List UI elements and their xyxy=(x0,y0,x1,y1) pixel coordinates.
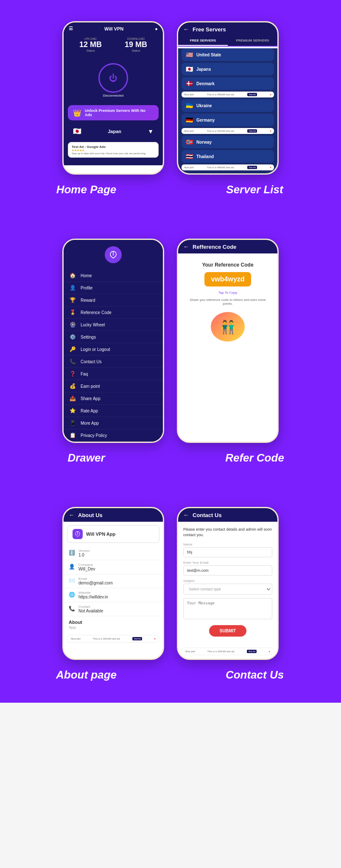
chevron-down-icon: ▼ xyxy=(148,128,154,135)
server-tabs: FREE SERVERS PREMIUM SERVERS xyxy=(178,36,277,47)
email-input[interactable] xyxy=(183,565,272,576)
drawer-item-share[interactable]: 📤 Share App xyxy=(64,392,163,405)
ad-content-3: This is a 468x60 test ad. xyxy=(207,166,235,169)
drawer-label-reward: Reward xyxy=(81,298,95,303)
about-section-text: Test xyxy=(64,626,163,633)
server-item-ua[interactable]: 🇺🇦 Ukraine xyxy=(182,99,274,112)
drawer-label-login: Login or Logout xyxy=(81,347,110,352)
country-name: Japan xyxy=(108,129,121,134)
back-arrow-icon[interactable]: ← xyxy=(183,26,189,33)
about-ad-banner: Nice job! This is a 320x50 test ad. Test… xyxy=(67,635,159,643)
refer-header: ← Refference Code xyxy=(178,240,277,253)
contact-ad-icon: ● xyxy=(268,650,270,653)
contact-description: Please enter you contact details and adm… xyxy=(183,527,272,537)
drawer-item-lucky-wheel[interactable]: 🎡 Lucky Wheel xyxy=(64,319,163,331)
company-label: Company xyxy=(78,563,95,567)
drawer-label-share: Share App xyxy=(81,396,101,401)
website-label: Website xyxy=(78,591,108,595)
home-page-label: Home Page xyxy=(8,183,164,196)
server-item-dk[interactable]: 🇩🇰 Denmark xyxy=(182,77,274,90)
faq-icon: ❓ xyxy=(70,371,76,377)
company-value: Will_Dev xyxy=(78,567,95,571)
refer-back-icon[interactable]: ← xyxy=(183,243,189,250)
drawer-item-settings[interactable]: ⚙️ Settings xyxy=(64,331,163,343)
server-name-ua: Ukraine xyxy=(196,103,212,108)
ad-nice-job-3: Nice job! xyxy=(184,166,194,169)
drawer-item-rate[interactable]: ⭐ Rate App xyxy=(64,405,163,417)
about-ad-nice: Nice job! xyxy=(71,637,81,640)
power-icon: ⏻ xyxy=(109,73,117,83)
reference-code-icon: 🎖️ xyxy=(70,309,76,315)
drawer-item-login[interactable]: 🔑 Login or Logout xyxy=(64,343,163,356)
section-1: ☰ Will VPN ● UPLOAD 12 MB Status DOWNLOA… xyxy=(0,0,341,217)
tab-free-servers[interactable]: FREE SERVERS xyxy=(178,36,228,46)
drawer-item-contact[interactable]: 📞 Contact Us xyxy=(64,356,163,368)
tab-premium-servers[interactable]: PREMIUM SERVERS xyxy=(228,36,277,46)
contact-back-icon[interactable]: ← xyxy=(183,512,189,518)
about-app-icon xyxy=(73,529,83,539)
server-ad-1: Nice job! This is a 468x60 test ad. Test… xyxy=(182,92,274,97)
email-value: demo@gmail.com xyxy=(78,581,113,585)
drawer-item-reward[interactable]: 🏆 Reward xyxy=(64,294,163,306)
drawer-item-earn[interactable]: 💰 Earn point xyxy=(64,380,163,392)
refer-tap-label[interactable]: Tap To Copy xyxy=(184,291,271,295)
server-item-no[interactable]: 🇳🇴 Norway xyxy=(182,136,274,148)
upload-label: UPLOAD xyxy=(79,37,102,40)
server-item-jp[interactable]: 🇯🇵 Japans xyxy=(182,63,274,75)
server-name-de: Germany xyxy=(196,118,215,122)
more-app-icon: 📱 xyxy=(70,420,76,426)
server-item-de[interactable]: 🇩🇪 Germany xyxy=(182,114,274,126)
flag-ua: 🇺🇦 xyxy=(186,102,193,109)
drawer-item-reference-code[interactable]: 🎖️ Reference Code xyxy=(64,306,163,319)
about-page-label: About page xyxy=(8,668,164,682)
server-item-th[interactable]: 🇹🇭 Thailand xyxy=(182,150,274,163)
drawer-item-more[interactable]: 📱 More App xyxy=(64,417,163,429)
ad-logo-1: ● xyxy=(270,93,271,96)
country-selector[interactable]: 🇯🇵 Japan ▼ xyxy=(68,124,159,139)
drawer-label-rate: Rate App xyxy=(81,409,98,413)
drawer-item-profile[interactable]: 👤 Profile xyxy=(64,282,163,294)
about-item-version: ℹ️ Version 1.0 xyxy=(64,546,163,560)
name-input[interactable] xyxy=(183,547,272,557)
status-icon: ● xyxy=(155,26,158,31)
ad-content-2: This is a 320x50 test ad. xyxy=(207,130,235,132)
server-list-phone: ← Free Servers FREE SERVERS PREMIUM SERV… xyxy=(177,21,279,175)
refer-code-box[interactable]: vwb4wyzd xyxy=(204,272,251,287)
refer-illustration: 👬 xyxy=(211,312,245,342)
about-item-email: ✉️ Email demo@gmail.com xyxy=(64,574,163,588)
about-ad-text: This is a 320x50 test ad. xyxy=(93,637,120,640)
server-ad-3: Nice job! This is a 468x60 test ad. Test… xyxy=(182,164,274,170)
server-item-us[interactable]: 🇺🇸 United State xyxy=(182,48,274,61)
server-list-header: ← Free Servers xyxy=(178,22,277,36)
about-app-banner: Will VPN App xyxy=(67,525,159,543)
message-textarea[interactable] xyxy=(183,598,272,619)
subject-select[interactable]: Select contact type xyxy=(183,584,272,595)
premium-banner[interactable]: 👑 Unlock Premium Servers With No Ads xyxy=(68,105,159,120)
about-phone: ← About Us Will VPN App ℹ️ Version xyxy=(62,507,164,660)
menu-icon[interactable]: ☰ xyxy=(69,26,73,31)
refer-code-label: Refer Code xyxy=(177,451,333,465)
contact-phone-icon: 📞 xyxy=(69,606,75,612)
earn-icon: 💰 xyxy=(70,383,76,389)
download-label: DOWNLOAD xyxy=(125,37,147,40)
vpn-power-button[interactable]: ⏻ xyxy=(98,63,128,93)
flag-th: 🇹🇭 xyxy=(186,153,193,160)
about-back-icon[interactable]: ← xyxy=(69,512,75,518)
submit-button[interactable]: SUBMIT xyxy=(209,625,246,637)
ad-logo-3: ● xyxy=(270,166,271,169)
contact-label: Contact xyxy=(78,605,103,609)
vpn-circle-container: ⏻ Disconnected xyxy=(64,55,163,102)
email-label: Email xyxy=(78,577,113,581)
flag-us: 🇺🇸 xyxy=(186,51,193,58)
drawer-item-faq[interactable]: ❓ Faq xyxy=(64,368,163,380)
drawer-item-privacy[interactable]: 📋 Privacy Policy xyxy=(64,429,163,442)
drawer-item-home[interactable]: 🏠 Home xyxy=(64,270,163,282)
about-item-website: 🌐 Website https://willdev.in xyxy=(64,588,163,602)
drawer-phone: 🏠 Home 👤 Profile 🏆 Reward 🎖️ Reference C… xyxy=(62,239,164,443)
drawer-label-earn: Earn point xyxy=(81,384,100,389)
connection-status: Disconnected xyxy=(98,94,128,97)
flag-jp: 🇯🇵 xyxy=(186,66,193,72)
drawer-logo xyxy=(105,246,122,263)
ad-label-3: Test Ad xyxy=(247,166,257,169)
flag-dk: 🇩🇰 xyxy=(186,80,193,87)
